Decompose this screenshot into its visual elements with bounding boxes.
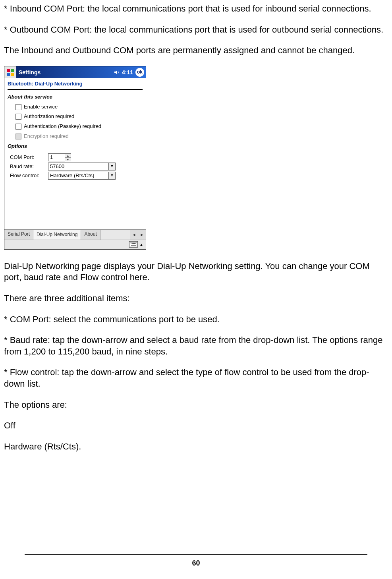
paragraph-note: The Inbound and Outbound COM ports are p… [4,45,388,56]
option-label: Baud rate: [10,163,48,170]
tab-scroll-right-icon[interactable]: ► [138,230,146,240]
checkbox-icon[interactable] [15,114,21,120]
keyboard-icon[interactable] [129,241,138,248]
tab-serial-port[interactable]: Serial Port [4,230,33,240]
pocketpc-screenshot: Settings 4:11 ok Bluetooth: Dial-Up Netw… [4,66,146,250]
svg-rect-5 [130,242,137,246]
titlebar-title: Settings [16,69,114,76]
bluetooth-subheader: Bluetooth: Dial-Up Networking [8,81,143,88]
tab-scroll-left-icon[interactable]: ◄ [130,230,138,240]
option-row-flow: Flow control: Hardware (Rts/Cts) ▼ [10,172,143,180]
footer-divider [25,554,367,555]
checkbox-icon[interactable] [15,124,21,130]
flow-dropdown[interactable]: Hardware (Rts/Cts) ▼ [48,172,116,180]
paragraph-options-are: The options are: [4,399,388,411]
paragraph-item-flow: * Flow control: tap the down-arrow and s… [4,367,388,389]
spinner-up-icon[interactable]: ▲ [65,154,71,158]
checkbox-row-auth[interactable]: Authorization required [15,113,143,120]
paragraph-off: Off [4,420,388,432]
svg-rect-7 [132,243,133,244]
svg-rect-2 [7,73,10,76]
svg-rect-9 [134,243,135,244]
paragraph-three-items: There are three additional items: [4,293,388,304]
comport-spinner[interactable]: 1 ▲ ▼ [48,153,71,161]
option-row-baud: Baud rate: 57600 ▼ [10,163,143,170]
paragraph-item-com: * COM Port: select the communications po… [4,314,388,325]
option-label: Flow control: [10,172,48,179]
paragraph-item-baud: * Baud rate: tap the down-arrow and sele… [4,335,388,357]
paragraph-hardware: Hardware (Rts/Cts). [4,441,388,453]
comport-value[interactable]: 1 [48,153,65,161]
clock-time: 4:11 [122,69,133,76]
options-section-title: Options [8,143,143,150]
windows-logo-icon [4,66,16,78]
paragraph-inbound: * Inbound COM Port: the local communicat… [4,3,388,15]
tab-about[interactable]: About [81,230,100,240]
page-number: 60 [0,559,392,568]
sip-arrow-up-icon[interactable]: ▲ [139,242,143,247]
checkbox-label: Enable service [24,104,58,110]
option-row-comport: COM Port: 1 ▲ ▼ [10,153,143,161]
divider [8,89,143,90]
checkbox-label: Authentication (Passkey) required [24,123,101,130]
svg-rect-3 [11,73,14,76]
ok-button[interactable]: ok [135,68,144,77]
svg-rect-0 [7,69,10,72]
titlebar: Settings 4:11 ok [4,66,146,78]
option-label: COM Port: [10,154,48,161]
paragraph-outbound: * Outbound COM Port: the local communica… [4,24,388,36]
tab-strip: Serial Port Dial-Up Networking About ◄ ► [4,229,146,240]
svg-rect-11 [131,245,136,246]
checkbox-row-encrypt: Encryption required [15,133,143,140]
checkbox-label: Authorization required [24,113,74,120]
baud-value[interactable]: 57600 [48,163,108,170]
dropdown-arrow-icon[interactable]: ▼ [108,163,116,170]
svg-rect-10 [135,243,136,244]
svg-marker-4 [114,70,117,74]
svg-rect-6 [131,243,131,244]
flow-value[interactable]: Hardware (Rts/Cts) [48,172,108,180]
sip-bar: ▲ [4,240,146,249]
spinner-down-icon[interactable]: ▼ [65,158,71,161]
checkbox-row-passkey[interactable]: Authentication (Passkey) required [15,123,143,130]
about-section-title: About this service [8,94,143,101]
speaker-icon [114,70,120,75]
checkbox-icon [15,134,21,139]
checkbox-icon[interactable] [15,104,21,110]
paragraph-dun-intro: Dial-Up Networking page displays your Di… [4,261,388,283]
dropdown-arrow-icon[interactable]: ▼ [108,172,116,180]
tab-dial-up-networking[interactable]: Dial-Up Networking [33,230,81,240]
checkbox-row-enable[interactable]: Enable service [15,104,143,110]
svg-rect-8 [133,243,134,244]
checkbox-label: Encryption required [24,133,69,140]
svg-rect-1 [11,69,14,72]
baud-dropdown[interactable]: 57600 ▼ [48,163,116,170]
